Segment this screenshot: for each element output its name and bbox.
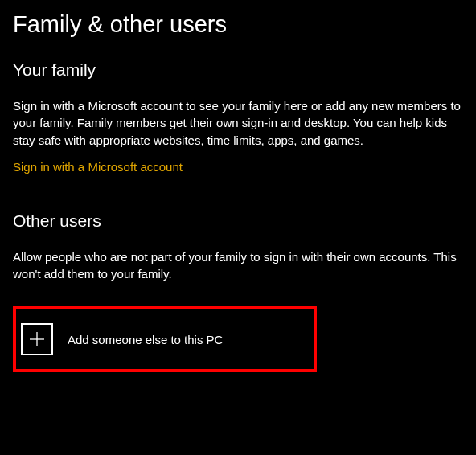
other-users-heading: Other users xyxy=(13,211,463,231)
other-users-section: Other users Allow people who are not par… xyxy=(13,211,463,373)
other-users-description: Allow people who are not part of your fa… xyxy=(13,248,463,283)
your-family-section: Your family Sign in with a Microsoft acc… xyxy=(13,60,463,174)
plus-icon xyxy=(21,323,53,355)
your-family-description: Sign in with a Microsoft account to see … xyxy=(13,97,463,149)
add-user-highlight-box: Add someone else to this PC xyxy=(13,306,317,372)
sign-in-microsoft-link[interactable]: Sign in with a Microsoft account xyxy=(13,160,183,174)
add-someone-label: Add someone else to this PC xyxy=(68,333,223,346)
add-someone-button[interactable]: Add someone else to this PC xyxy=(21,323,306,355)
your-family-heading: Your family xyxy=(13,60,463,80)
page-title: Family & other users xyxy=(13,11,463,38)
